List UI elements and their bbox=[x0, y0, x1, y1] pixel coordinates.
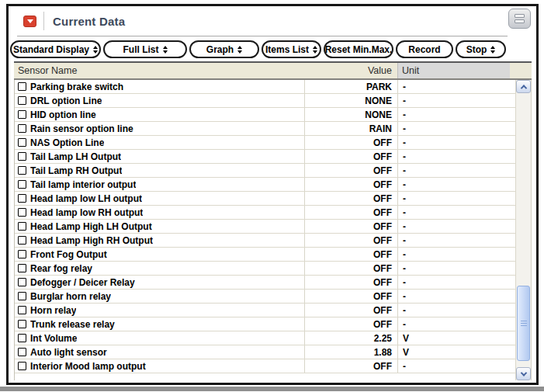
unit-cell: - bbox=[398, 150, 515, 163]
row-checkbox[interactable] bbox=[18, 208, 26, 217]
table-row[interactable]: Head Lamp High LH Output OFF - bbox=[15, 220, 515, 234]
sensor-name-cell: HID option line bbox=[30, 109, 96, 120]
toolbar-button-full-list[interactable]: Full List bbox=[103, 40, 187, 58]
sensor-name-cell: Head Lamp High RH Output bbox=[30, 235, 153, 246]
row-checkbox[interactable] bbox=[18, 152, 26, 161]
unit-cell: - bbox=[398, 94, 515, 107]
unit-cell: - bbox=[398, 164, 515, 177]
value-cell: 2.25 bbox=[305, 331, 398, 345]
row-checkbox[interactable] bbox=[18, 334, 26, 342]
value-cell: NONE bbox=[305, 94, 398, 107]
sensor-name-cell: Auto light sensor bbox=[30, 347, 107, 358]
toolbar-button-items-list[interactable]: Items List bbox=[262, 40, 321, 58]
table-row[interactable]: Tail Lamp RH Output OFF - bbox=[15, 164, 515, 178]
scrollbar-thumb[interactable] bbox=[517, 286, 530, 361]
row-checkbox[interactable] bbox=[18, 96, 26, 105]
toolbar-button-stop[interactable]: Stop bbox=[456, 40, 506, 58]
sensor-name-cell: Burglar horn relay bbox=[30, 291, 111, 302]
unit-cell: - bbox=[398, 178, 515, 191]
value-cell: OFF bbox=[305, 317, 398, 331]
value-cell: OFF bbox=[305, 234, 398, 247]
table-row[interactable]: Tail lamp interior output OFF - bbox=[15, 178, 515, 192]
table-row[interactable]: Tail Lamp LH Output OFF - bbox=[15, 150, 515, 164]
header-spacer bbox=[510, 63, 532, 78]
unit-cell: - bbox=[398, 304, 515, 317]
row-checkbox[interactable] bbox=[18, 250, 26, 258]
row-checkbox[interactable] bbox=[18, 166, 26, 175]
sensor-name-cell: Tail Lamp RH Output bbox=[30, 165, 122, 176]
value-cell: OFF bbox=[305, 220, 398, 233]
chevron-down-icon bbox=[520, 369, 526, 376]
scroll-up-button[interactable] bbox=[516, 80, 531, 93]
value-cell: PARK bbox=[305, 80, 398, 93]
thumb-grip-icon bbox=[521, 325, 527, 326]
list-view-button[interactable] bbox=[508, 9, 531, 29]
unit-cell: - bbox=[398, 220, 515, 233]
scroll-down-button[interactable] bbox=[516, 367, 531, 380]
value-cell: OFF bbox=[305, 150, 398, 163]
table-row[interactable]: Auto light sensor 1.88 V bbox=[15, 345, 515, 359]
row-checkbox[interactable] bbox=[18, 362, 26, 370]
value-cell: OFF bbox=[305, 359, 398, 373]
row-checkbox[interactable] bbox=[18, 320, 26, 328]
row-checkbox[interactable] bbox=[18, 180, 26, 189]
sensor-name-cell: Parking brake switch bbox=[30, 82, 123, 92]
unit-cell: - bbox=[398, 122, 515, 135]
scrollbar-track[interactable] bbox=[516, 93, 531, 367]
row-checkbox[interactable] bbox=[18, 110, 26, 119]
unit-cell: V bbox=[398, 331, 515, 345]
table-row[interactable]: Interior Mood lamp output OFF - bbox=[15, 359, 515, 373]
table-row[interactable]: Head lamp low LH output OFF - bbox=[15, 192, 515, 206]
column-header-sensor-name: Sensor Name bbox=[14, 63, 304, 78]
unit-cell: - bbox=[398, 248, 515, 261]
table-row[interactable]: Front Fog Output OFF - bbox=[15, 248, 515, 262]
row-checkbox[interactable] bbox=[18, 278, 26, 286]
table-row[interactable]: Horn relay OFF - bbox=[15, 304, 515, 317]
sensor-name-cell: Rear fog relay bbox=[30, 263, 92, 274]
row-checkbox[interactable] bbox=[18, 236, 26, 245]
sensor-name-cell: Head Lamp High LH Output bbox=[30, 221, 152, 232]
row-checkbox[interactable] bbox=[18, 138, 26, 147]
row-checkbox[interactable] bbox=[18, 124, 26, 133]
sensor-table: Sensor Name Value Unit Parking brake swi… bbox=[14, 61, 532, 380]
unit-cell: - bbox=[398, 108, 515, 121]
table-row[interactable]: Rear fog relay OFF - bbox=[15, 262, 515, 276]
sensor-name-cell: Head lamp low LH output bbox=[30, 193, 142, 204]
title-dropdown-button[interactable] bbox=[23, 16, 36, 27]
table-row[interactable]: Trunk release relay OFF - bbox=[15, 317, 515, 331]
table-row[interactable]: Burglar horn relay OFF - bbox=[15, 290, 515, 304]
row-checkbox[interactable] bbox=[18, 194, 26, 203]
table-row[interactable]: Head Lamp High RH Output OFF - bbox=[15, 234, 515, 248]
row-checkbox[interactable] bbox=[18, 348, 26, 356]
toolbar-button-graph[interactable]: Graph bbox=[189, 40, 259, 58]
value-cell: OFF bbox=[305, 304, 398, 317]
table-row[interactable]: Parking brake switch PARK - bbox=[15, 80, 515, 94]
vertical-scrollbar[interactable] bbox=[515, 80, 531, 380]
unit-cell: - bbox=[398, 317, 515, 331]
toolbar-button-reset-min-max[interactable]: Reset Min.Max. bbox=[324, 40, 393, 58]
toolbar-button-standard-display[interactable]: Standard Display bbox=[10, 40, 101, 58]
row-checkbox[interactable] bbox=[18, 292, 26, 300]
table-row[interactable]: Defogger / Deicer Relay OFF - bbox=[15, 276, 515, 290]
row-checkbox[interactable] bbox=[18, 264, 26, 272]
table-row[interactable]: Rain sensor option line RAIN - bbox=[15, 122, 515, 136]
unit-cell: V bbox=[398, 345, 515, 359]
sensor-name-cell: DRL option Line bbox=[30, 95, 102, 106]
table-row[interactable]: NAS Option Line OFF - bbox=[15, 136, 515, 150]
value-cell: OFF bbox=[305, 276, 398, 289]
table-row[interactable]: Int Volume 2.25 V bbox=[15, 331, 515, 345]
unit-cell: - bbox=[398, 234, 515, 247]
sensor-name-cell: Head lamp low RH output bbox=[30, 207, 143, 218]
table-row[interactable]: HID option line NONE - bbox=[15, 108, 515, 122]
sensor-name-cell: Tail lamp interior output bbox=[30, 179, 136, 190]
row-checkbox[interactable] bbox=[18, 306, 26, 314]
table-row[interactable]: DRL option Line NONE - bbox=[15, 94, 515, 108]
row-checkbox[interactable] bbox=[18, 82, 26, 91]
toolbar-button-record[interactable]: Record bbox=[396, 40, 453, 58]
toolbar: Standard Display Full List Graph Items L… bbox=[9, 36, 536, 61]
sensor-name-cell: Defogger / Deicer Relay bbox=[30, 277, 135, 288]
row-checkbox[interactable] bbox=[18, 222, 26, 231]
table-row[interactable]: Head lamp low RH output OFF - bbox=[15, 206, 515, 220]
unit-cell: - bbox=[398, 206, 515, 219]
value-cell: NONE bbox=[305, 108, 398, 121]
